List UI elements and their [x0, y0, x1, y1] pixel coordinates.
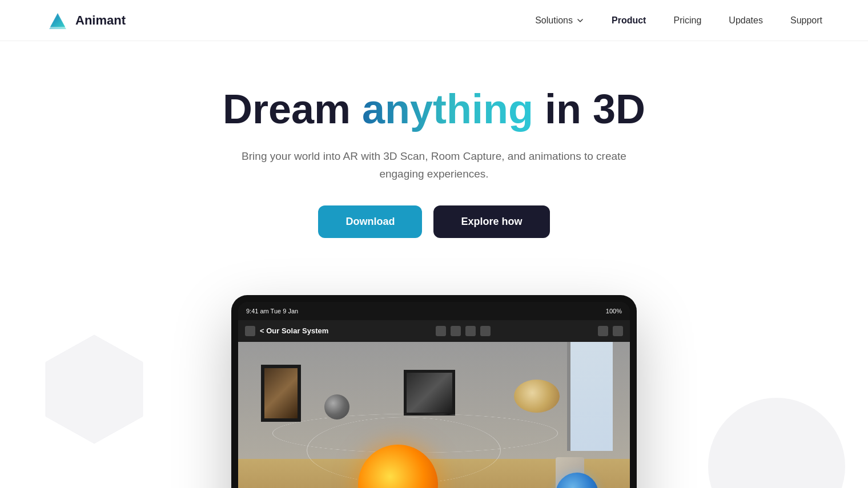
- toolbar-center-icons: [436, 326, 491, 336]
- brand-name: Animant: [75, 13, 126, 28]
- logo-icon: [46, 9, 70, 33]
- ipad-statusbar: 9:41 am Tue 9 Jan 100%: [238, 302, 630, 320]
- decorative-hexagon-left: [34, 329, 154, 449]
- hero-title: Dream anything in 3D: [11, 87, 857, 132]
- ar-scene: [238, 342, 630, 488]
- nav-product[interactable]: Product: [612, 15, 646, 25]
- planet-saturn: [514, 380, 560, 413]
- toolbar-title: < Our Solar System: [260, 326, 328, 335]
- navbar: Animant Solutions Product Pricing Update…: [0, 0, 868, 41]
- planet-mercury: [324, 394, 349, 420]
- hero-subtitle: Bring your world into AR with 3D Scan, R…: [240, 148, 628, 183]
- statusbar-time: 9:41 am Tue 9 Jan: [246, 308, 298, 314]
- toolbar-right-icons: [598, 326, 623, 336]
- orbit-ring-2: [272, 414, 558, 453]
- toolbar-back-btn[interactable]: [245, 326, 255, 336]
- device-section: 9:41 am Tue 9 Jan 100% < Our Solar Syste…: [0, 295, 868, 488]
- ipad-toolbar: < Our Solar System: [238, 320, 630, 342]
- hero-cta-group: Download Explore how: [11, 205, 857, 238]
- chevron-down-icon: [576, 17, 584, 25]
- decorative-circle-right: [708, 398, 845, 488]
- ipad-screen: 9:41 am Tue 9 Jan 100% < Our Solar Syste…: [238, 302, 630, 488]
- explore-button[interactable]: Explore how: [433, 205, 549, 238]
- solutions-dropdown[interactable]: Solutions: [535, 15, 584, 26]
- nav-pricing[interactable]: Pricing: [673, 15, 701, 25]
- nav-menu: Solutions Product Pricing Updates Suppor…: [535, 15, 822, 26]
- toolbar-share-btn[interactable]: [598, 326, 608, 336]
- toolbar-icon-4[interactable]: [480, 326, 491, 336]
- toolbar-icon-2[interactable]: [451, 326, 461, 336]
- art-frame-left: [261, 365, 301, 422]
- nav-support[interactable]: Support: [790, 15, 822, 25]
- ipad-mockup: 9:41 am Tue 9 Jan 100% < Our Solar Syste…: [231, 295, 637, 488]
- art-frame-center: [404, 370, 455, 416]
- toolbar-icon-1[interactable]: [436, 326, 446, 336]
- download-button[interactable]: Download: [318, 205, 422, 238]
- nav-updates[interactable]: Updates: [729, 15, 763, 25]
- statusbar-battery: 100%: [606, 308, 622, 314]
- hero-section: Dream anything in 3D Bring your world in…: [0, 41, 868, 295]
- room-window: [567, 342, 613, 451]
- toolbar-icon-3[interactable]: [465, 326, 476, 336]
- logo-link[interactable]: Animant: [46, 9, 126, 33]
- svg-marker-0: [46, 335, 143, 443]
- toolbar-left-icons: < Our Solar System: [245, 326, 328, 336]
- toolbar-more-btn[interactable]: [613, 326, 623, 336]
